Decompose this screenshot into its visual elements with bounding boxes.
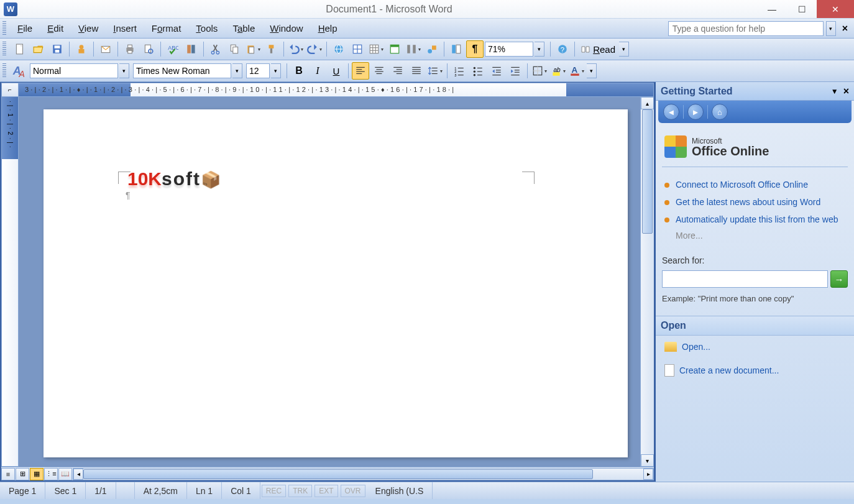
numbering-button[interactable]: 123 (451, 62, 468, 80)
scroll-left-icon[interactable]: ◂ (73, 469, 83, 480)
create-doc-link[interactable]: Create a new document... (679, 365, 779, 375)
nav-forward-button[interactable]: ► (687, 104, 704, 120)
menu-window[interactable]: Window (262, 21, 310, 36)
format-painter-button[interactable] (263, 40, 280, 58)
horizontal-ruler[interactable]: 3·|·2·|·1·|·♦·|·1·|·2·|·3·|·4·|·5·|·6·|·… (19, 83, 654, 97)
menu-table[interactable]: Table (225, 21, 262, 36)
menu-help[interactable]: Help (311, 21, 345, 36)
show-hide-button[interactable]: ¶ (466, 40, 484, 58)
vscroll-thumb[interactable] (642, 109, 653, 234)
scroll-right-icon[interactable]: ▸ (643, 469, 653, 480)
status-language[interactable]: English (U.S (367, 482, 433, 499)
bullets-button[interactable] (469, 62, 487, 80)
maximize-button[interactable]: ☐ (787, 0, 817, 18)
nav-home-button[interactable]: ⌂ (712, 104, 728, 120)
align-center-button[interactable] (370, 62, 388, 80)
nav-back-button[interactable]: ◄ (663, 104, 679, 120)
align-left-button[interactable] (352, 62, 369, 80)
print-preview-button[interactable] (140, 40, 157, 58)
taskpane-dropdown-icon[interactable]: ▼ (831, 87, 838, 96)
zoom-combo[interactable]: 71% (485, 42, 533, 57)
style-combo[interactable]: Normal (30, 63, 118, 78)
status-trk[interactable]: TRK (288, 485, 312, 497)
scroll-up-icon[interactable]: ▴ (641, 97, 654, 109)
italic-button[interactable]: I (309, 62, 326, 80)
menu-format[interactable]: Format (144, 21, 189, 36)
menu-grip[interactable] (2, 21, 6, 36)
link-connect[interactable]: Connect to Microsoft Office Online (676, 180, 808, 190)
font-dropdown-arrow[interactable]: ▾ (232, 63, 242, 78)
search-input[interactable] (662, 270, 828, 288)
horizontal-scrollbar[interactable]: ◂ ▸ (73, 468, 654, 480)
toolbar-options-arrow[interactable]: ▾ (619, 42, 629, 57)
help-button[interactable]: ? (554, 40, 571, 58)
font-color-button[interactable]: A (568, 62, 585, 80)
toolbar-grip-2[interactable] (2, 63, 6, 78)
fontsize-dropdown-arrow[interactable]: ▾ (271, 63, 281, 78)
fontsize-combo[interactable]: 12 (246, 63, 270, 78)
menu-edit[interactable]: Edit (40, 21, 71, 36)
web-view-button[interactable]: ⊞ (16, 468, 29, 480)
hscroll-thumb[interactable] (83, 469, 593, 479)
print-view-button[interactable]: ▦ (30, 468, 44, 480)
outline-view-button[interactable]: ⋮≡ (44, 468, 58, 480)
styles-icon[interactable]: AA (11, 62, 29, 80)
document-page[interactable]: 10Ksoft📦 ¶ (44, 109, 628, 457)
email-button[interactable] (97, 40, 114, 58)
toolbar-options-arrow-2[interactable]: ▾ (587, 63, 597, 78)
insert-worksheet-button[interactable] (386, 40, 403, 58)
menu-file[interactable]: File (10, 21, 40, 36)
spellcheck-button[interactable]: ABC (164, 40, 181, 58)
redo-button[interactable] (306, 40, 323, 58)
close-button[interactable]: ✕ (817, 0, 854, 18)
status-rec[interactable]: REC (262, 485, 286, 497)
zoom-dropdown-arrow[interactable]: ▾ (535, 42, 544, 57)
permission-button[interactable] (73, 40, 90, 58)
columns-button[interactable] (405, 40, 422, 58)
ruler-corner[interactable]: ⌐ (1, 83, 19, 97)
line-spacing-button[interactable] (426, 62, 444, 80)
hyperlink-button[interactable] (330, 40, 347, 58)
copy-button[interactable] (226, 40, 243, 58)
underline-button[interactable]: U (328, 62, 345, 80)
status-ovr[interactable]: OVR (341, 485, 365, 497)
tables-borders-button[interactable] (349, 40, 366, 58)
menu-tools[interactable]: Tools (188, 21, 225, 36)
print-button[interactable] (121, 40, 139, 58)
border-button[interactable] (531, 62, 548, 80)
search-go-button[interactable]: → (830, 270, 848, 288)
justify-button[interactable] (408, 62, 425, 80)
decrease-indent-button[interactable] (488, 62, 505, 80)
menu-insert[interactable]: Insert (106, 21, 144, 36)
highlight-button[interactable]: ab (549, 62, 567, 80)
font-combo[interactable]: Times New Roman (133, 63, 231, 78)
style-dropdown-arrow[interactable]: ▾ (119, 63, 129, 78)
open-button[interactable] (30, 40, 47, 58)
read-button[interactable]: Read (578, 40, 618, 58)
help-dropdown-arrow[interactable]: ▾ (826, 21, 836, 36)
help-search-input[interactable] (668, 21, 824, 36)
new-doc-button[interactable] (11, 40, 29, 58)
save-button[interactable] (48, 40, 66, 58)
page-scroll-area[interactable]: 10Ksoft📦 ¶ (19, 97, 640, 467)
link-update[interactable]: Automatically update this list from the … (676, 214, 838, 224)
doc-map-button[interactable] (448, 40, 465, 58)
research-button[interactable] (183, 40, 200, 58)
insert-table-button[interactable] (367, 40, 385, 58)
bold-button[interactable]: B (290, 62, 308, 80)
more-link[interactable]: More... (664, 228, 845, 248)
link-news[interactable]: Get the latest news about using Word (676, 197, 820, 207)
status-ext[interactable]: EXT (315, 485, 337, 497)
paste-button[interactable] (244, 40, 262, 58)
cut-button[interactable] (207, 40, 224, 58)
vertical-ruler[interactable]: ·|·1·|·2·|· (1, 97, 19, 467)
increase-indent-button[interactable] (507, 62, 524, 80)
reading-view-button[interactable]: 📖 (58, 468, 72, 480)
undo-button[interactable] (287, 40, 305, 58)
menu-view[interactable]: View (71, 21, 106, 36)
open-link[interactable]: Open... (682, 342, 710, 352)
taskpane-close-button[interactable]: × (843, 86, 849, 97)
minimize-button[interactable]: — (757, 0, 787, 18)
menubar-close-button[interactable]: × (838, 23, 852, 34)
align-right-button[interactable] (389, 62, 406, 80)
